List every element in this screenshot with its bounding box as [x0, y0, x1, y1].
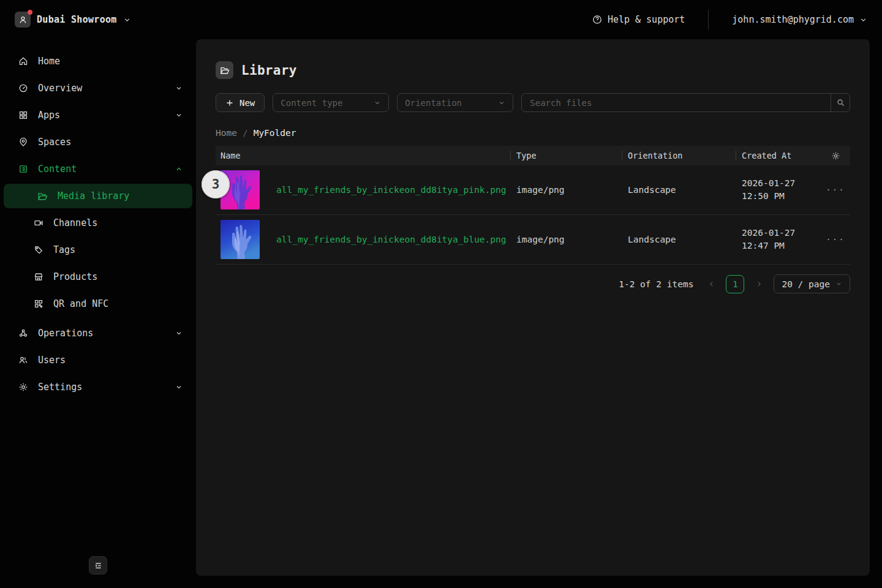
network-nodes-icon	[18, 328, 28, 338]
page-size-select[interactable]: 20 / page	[774, 274, 850, 293]
question-circle-icon	[592, 15, 602, 24]
notification-dot-icon	[28, 10, 32, 15]
orientation-select[interactable]: Orientation	[397, 93, 513, 112]
pagination-summary: 1-2 of 2 items	[619, 279, 693, 289]
row-actions-button[interactable]: ···	[821, 185, 850, 195]
row-actions-button[interactable]: ···	[821, 235, 850, 244]
sidebar-item-label: Spaces	[38, 137, 71, 148]
chevron-down-icon	[123, 16, 131, 24]
user-email: john.smith@phygrid.com	[732, 14, 854, 25]
tag-icon	[34, 245, 43, 255]
help-support-button[interactable]: Help & support	[592, 14, 685, 25]
file-orientation: Landscape	[622, 235, 736, 244]
breadcrumb-current: MyFolder	[254, 128, 296, 138]
users-icon	[18, 355, 28, 365]
sidebar-item-products[interactable]: Products	[0, 263, 196, 290]
table-row[interactable]: all_my_friends_by_inickeon_dd8itya_blue.…	[216, 215, 850, 265]
table-header: Name Type Orientation Created At	[216, 146, 850, 165]
sidebar-item-label: Operations	[38, 328, 93, 339]
qr-code-icon	[34, 299, 43, 309]
file-created-at: 2026-01-27 12:47 PM	[736, 227, 821, 252]
pagination: 1-2 of 2 items 1 20 / page	[216, 274, 850, 293]
topbar-divider	[708, 10, 709, 29]
sidebar-item-label: Channels	[53, 217, 97, 228]
sidebar: Home Overview Apps Spaces Content Media …	[0, 39, 196, 588]
sidebar-item-media-library[interactable]: Media library	[4, 184, 192, 208]
library-folder-chip	[216, 61, 233, 79]
breadcrumb-separator: /	[243, 128, 248, 138]
files-table: Name Type Orientation Created At	[216, 146, 850, 265]
annotation-badge: 3	[202, 170, 230, 198]
chevron-left-icon	[707, 280, 715, 288]
folder-open-icon	[37, 191, 48, 202]
content-type-select[interactable]: Content type	[273, 93, 389, 112]
pagination-prev-button[interactable]	[706, 280, 717, 288]
help-label: Help & support	[608, 14, 685, 25]
org-switcher[interactable]: Dubai Showroom	[15, 12, 131, 28]
library-panel: Library New Content type Orientation	[196, 39, 870, 576]
toolbar: New Content type Orientation	[216, 93, 850, 112]
sidebar-item-spaces[interactable]: Spaces	[0, 129, 196, 156]
column-header-created-at: Created At	[736, 146, 821, 165]
sidebar-item-label: Apps	[38, 110, 60, 121]
plus-icon	[225, 99, 234, 107]
file-thumbnail-blue[interactable]	[221, 220, 260, 259]
sidebar-item-channels[interactable]: Channels	[0, 209, 196, 236]
chevron-up-icon	[175, 165, 183, 173]
file-name-link[interactable]: all_my_friends_by_inickeon_dd8itya_pink.…	[276, 185, 506, 195]
new-button-label: New	[239, 98, 255, 108]
user-menu[interactable]: john.smith@phygrid.com	[732, 14, 867, 25]
sidebar-item-users[interactable]: Users	[0, 347, 196, 374]
sidebar-item-label: Media library	[58, 190, 129, 202]
sidebar-item-tags[interactable]: Tags	[0, 236, 196, 263]
pagination-page-1[interactable]: 1	[726, 275, 744, 293]
created-date: 2026-01-27	[742, 177, 821, 190]
collapse-sidebar-button[interactable]	[89, 556, 107, 575]
folder-open-icon	[220, 66, 230, 75]
page-size-value: 20 / page	[782, 279, 830, 289]
map-pin-icon	[18, 137, 28, 147]
search-input[interactable]	[522, 94, 831, 111]
column-header-name: Name	[216, 146, 510, 165]
chevron-down-icon	[835, 281, 842, 287]
menu-fold-icon	[94, 561, 103, 570]
home-icon	[18, 56, 28, 66]
sidebar-item-apps[interactable]: Apps	[0, 102, 196, 129]
chevron-down-icon	[175, 330, 183, 337]
sidebar-item-label: QR and NFC	[53, 298, 108, 309]
sidebar-item-overview[interactable]: Overview	[0, 75, 196, 102]
pagination-next-button[interactable]	[753, 280, 764, 288]
new-button[interactable]: New	[216, 93, 265, 112]
chevron-down-icon	[374, 99, 381, 107]
search-box	[521, 93, 850, 112]
file-name-link[interactable]: all_my_friends_by_inickeon_dd8itya_blue.…	[276, 235, 506, 244]
grid-icon	[18, 110, 28, 120]
search-button[interactable]	[831, 94, 850, 111]
chevron-down-icon	[498, 99, 505, 107]
sidebar-item-content[interactable]: Content	[0, 156, 196, 183]
file-created-at: 2026-01-27 12:50 PM	[736, 177, 821, 203]
page-title: Library	[241, 63, 297, 78]
sidebar-item-home[interactable]: Home	[0, 48, 196, 75]
gear-icon	[18, 382, 28, 392]
sidebar-item-label: Users	[38, 355, 66, 366]
sidebar-item-operations[interactable]: Operations	[0, 320, 196, 347]
created-time: 12:50 PM	[742, 190, 821, 203]
org-name: Dubai Showroom	[37, 14, 117, 25]
file-orientation: Landscape	[622, 185, 736, 195]
table-row[interactable]: all_my_friends_by_inickeon_dd8itya_pink.…	[216, 165, 850, 215]
gear-icon	[831, 151, 840, 160]
content-list-icon	[18, 164, 28, 174]
sidebar-item-label: Tags	[53, 244, 75, 255]
file-type: image/png	[510, 185, 622, 195]
column-settings-button[interactable]	[821, 146, 850, 165]
chevron-down-icon	[175, 111, 183, 119]
topbar: Dubai Showroom Help & support john.smith…	[0, 0, 882, 39]
search-icon	[836, 98, 845, 107]
column-header-orientation: Orientation	[622, 146, 736, 165]
breadcrumb-home[interactable]: Home	[216, 128, 237, 138]
sidebar-item-label: Home	[38, 56, 60, 67]
sidebar-item-qr-nfc[interactable]: QR and NFC	[0, 290, 196, 317]
sidebar-item-label: Content	[38, 164, 77, 175]
sidebar-item-settings[interactable]: Settings	[0, 374, 196, 401]
